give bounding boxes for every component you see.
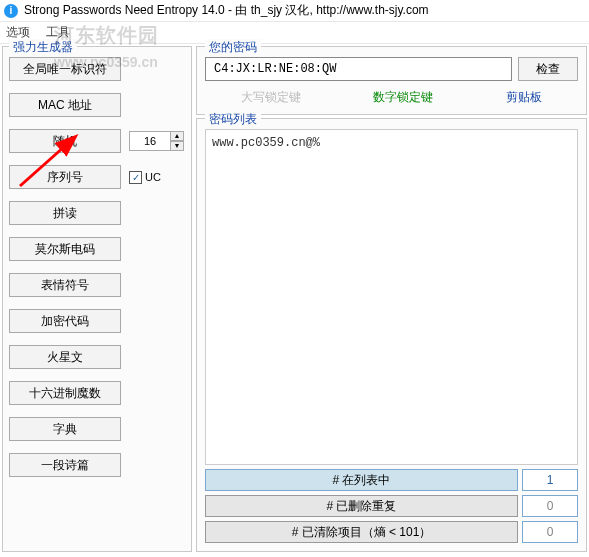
caps-lock-status: 大写锁定键 [241, 89, 301, 106]
menubar: 选项 工具 [0, 22, 589, 44]
btn-dict[interactable]: 字典 [9, 417, 121, 441]
num-lock-status: 数字锁定键 [373, 89, 433, 106]
stat-in-list-value: 1 [522, 469, 578, 491]
titlebar: i Strong Passwords Need Entropy 14.0 - 由… [0, 0, 589, 22]
password-input[interactable] [205, 57, 512, 81]
password-list-box[interactable]: www.pc0359.cn@% [205, 129, 578, 465]
stat-cleared-value: 0 [522, 521, 578, 543]
your-password-group: 您的密码 检查 大写锁定键 数字锁定键 剪贴板 [196, 46, 587, 115]
checkmark-icon: ✓ [129, 171, 142, 184]
btn-martian[interactable]: 火星文 [9, 345, 121, 369]
info-icon: i [4, 4, 18, 18]
password-list-title: 密码列表 [205, 111, 261, 128]
random-length-input[interactable] [129, 131, 171, 151]
btn-mac[interactable]: MAC 地址 [9, 93, 121, 117]
stat-cleared-label: # 已清除项目（熵 < 101） [205, 521, 518, 543]
btn-encrypt[interactable]: 加密代码 [9, 309, 121, 333]
uc-label: UC [145, 171, 161, 183]
uc-checkbox[interactable]: ✓ UC [129, 171, 161, 184]
btn-guid[interactable]: 全局唯一标识符 [9, 57, 121, 81]
clipboard-status[interactable]: 剪贴板 [506, 89, 542, 106]
btn-poem[interactable]: 一段诗篇 [9, 453, 121, 477]
btn-morse[interactable]: 莫尔斯电码 [9, 237, 121, 261]
btn-random[interactable]: 随机 [9, 129, 121, 153]
btn-serial[interactable]: 序列号 [9, 165, 121, 189]
btn-hex[interactable]: 十六进制魔数 [9, 381, 121, 405]
check-button[interactable]: 检查 [518, 57, 578, 81]
btn-emoji[interactable]: 表情符号 [9, 273, 121, 297]
your-password-title: 您的密码 [205, 39, 261, 56]
password-list-group: 密码列表 www.pc0359.cn@% # 在列表中 1 # 已删除重复 0 … [196, 118, 587, 552]
spinner-up-icon[interactable]: ▲ [170, 131, 184, 141]
generator-group: 强力生成器 全局唯一标识符 MAC 地址 随机 ▲ ▼ 序列号 ✓ UC 拼读 … [2, 46, 192, 552]
stat-dedup-value: 0 [522, 495, 578, 517]
stat-in-list-label: # 在列表中 [205, 469, 518, 491]
stat-dedup-label: # 已删除重复 [205, 495, 518, 517]
generator-group-title: 强力生成器 [9, 39, 77, 56]
btn-spell[interactable]: 拼读 [9, 201, 121, 225]
spinner-down-icon[interactable]: ▼ [170, 141, 184, 151]
window-title: Strong Passwords Need Entropy 14.0 - 由 t… [24, 2, 429, 19]
